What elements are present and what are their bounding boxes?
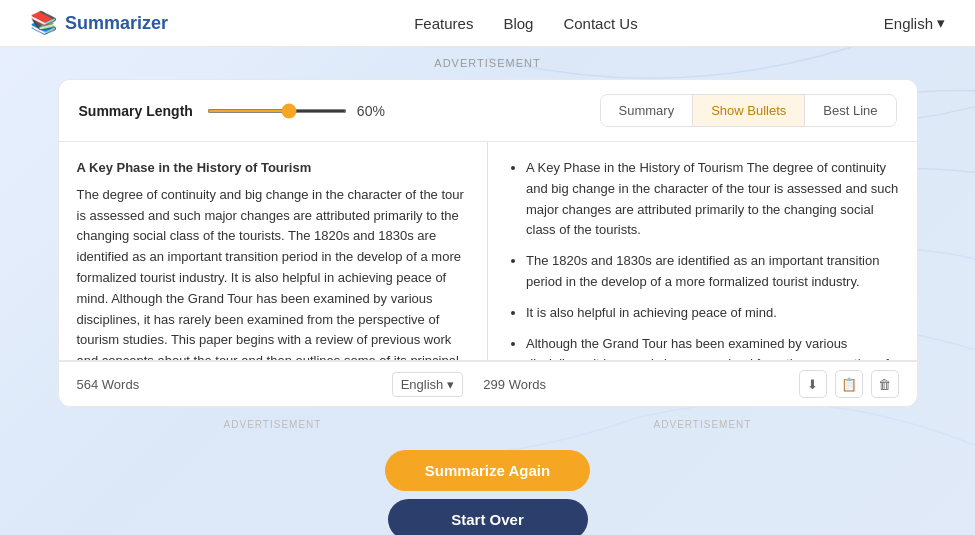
- input-language-label: English: [401, 377, 444, 392]
- controls-row: Summary Length 60% Summary Show Bullets …: [58, 79, 918, 141]
- bottom-left-advertisement: ADVERTISEMENT: [58, 413, 488, 436]
- bullet-item: The 1820s and 1830s are identified as an…: [526, 251, 899, 293]
- length-control: Summary Length 60%: [79, 103, 393, 119]
- start-over-button[interactable]: Start Over: [388, 499, 588, 535]
- text-panels: A Key Phase in the History of Tourism Th…: [58, 141, 918, 361]
- tab-show-bullets[interactable]: Show Bullets: [693, 95, 805, 126]
- nav-blog[interactable]: Blog: [503, 15, 533, 32]
- tab-summary[interactable]: Summary: [601, 95, 694, 126]
- footer-ads: ADVERTISEMENT ADVERTISEMENT: [58, 413, 918, 436]
- summarize-again-button[interactable]: Summarize Again: [385, 450, 590, 491]
- logo-icon: 📚: [30, 10, 57, 36]
- action-buttons-group: Summarize Again Start Over: [58, 450, 918, 535]
- summary-length-slider[interactable]: [207, 109, 347, 113]
- input-language-select[interactable]: English ▾: [392, 372, 464, 397]
- length-label: Summary Length: [79, 103, 193, 119]
- logo: 📚 Summarizer: [30, 10, 168, 36]
- input-word-count: 564 Words: [77, 377, 392, 392]
- delete-button[interactable]: 🗑: [871, 370, 899, 398]
- input-panel[interactable]: A Key Phase in the History of Tourism Th…: [59, 142, 489, 360]
- slider-value-display: 60%: [357, 103, 393, 119]
- output-panel: A Key Phase in the History of Tourism Th…: [488, 142, 917, 360]
- view-tabs: Summary Show Bullets Best Line: [600, 94, 897, 127]
- nav-features[interactable]: Features: [414, 15, 473, 32]
- download-button[interactable]: ⬇: [799, 370, 827, 398]
- chevron-down-icon: ▾: [447, 377, 454, 392]
- bullet-item: Although the Grand Tour has been examine…: [526, 334, 899, 360]
- input-title: A Key Phase in the History of Tourism: [77, 158, 470, 179]
- bullets-list: A Key Phase in the History of Tourism Th…: [506, 158, 899, 360]
- bullet-item: A Key Phase in the History of Tourism Th…: [526, 158, 899, 241]
- input-body: The degree of continuity and big change …: [77, 185, 470, 360]
- nav-contact[interactable]: Contact Us: [563, 15, 637, 32]
- slider-container: 60%: [207, 103, 393, 119]
- navigation: Features Blog Contact Us: [414, 15, 637, 32]
- output-word-count: 299 Words: [463, 377, 798, 392]
- bottom-right-advertisement: ADVERTISEMENT: [488, 413, 918, 436]
- trash-icon: 🗑: [878, 377, 891, 392]
- output-actions: ⬇ 📋 🗑: [799, 370, 899, 398]
- copy-button[interactable]: 📋: [835, 370, 863, 398]
- panels-footer: 564 Words English ▾ 299 Words ⬇ 📋 🗑: [58, 361, 918, 407]
- bullet-item: It is also helpful in achieving peace of…: [526, 303, 899, 324]
- top-advertisement: ADVERTISEMENT: [0, 47, 975, 79]
- download-icon: ⬇: [807, 377, 818, 392]
- logo-text: Summarizer: [65, 13, 168, 34]
- chevron-down-icon: ▾: [937, 14, 945, 32]
- language-selector[interactable]: English ▾: [884, 14, 945, 32]
- tab-best-line[interactable]: Best Line: [805, 95, 895, 126]
- language-label: English: [884, 15, 933, 32]
- copy-icon: 📋: [841, 377, 857, 392]
